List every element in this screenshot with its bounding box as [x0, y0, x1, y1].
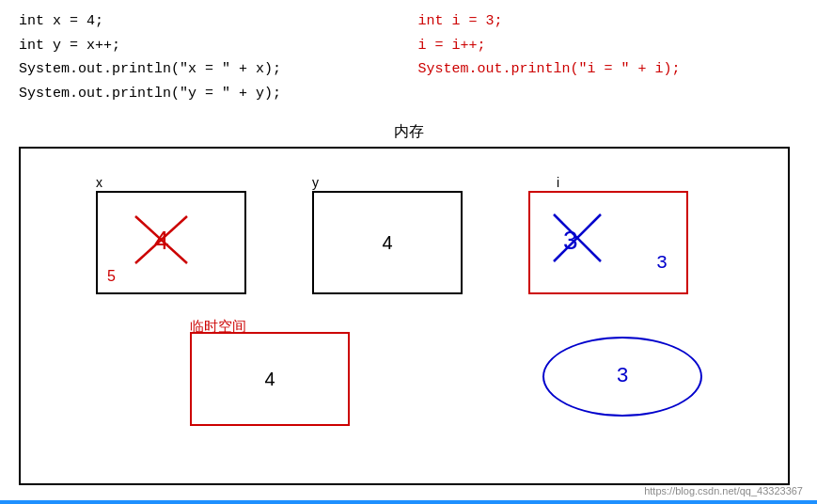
memory-section: 内存 x 4 5 y 4 i 3	[19, 122, 798, 476]
temp-box: 4	[190, 332, 350, 426]
code-left: int x = 4; int y = x++; System.out.print…	[19, 9, 400, 105]
code-left-line3: System.out.println("x = " + x);	[19, 57, 400, 82]
bottom-border	[0, 500, 817, 504]
code-right-line1: int i = 3;	[418, 9, 799, 34]
top-section: int x = 4; int y = x++; System.out.print…	[0, 0, 817, 105]
code-right: int i = 3; i = i++; System.out.println("…	[400, 9, 799, 105]
y-box: 4	[312, 191, 463, 294]
code-left-line4: System.out.println("y = " + y);	[19, 82, 400, 106]
memory-box: x 4 5 y 4 i 3	[19, 147, 790, 485]
memory-label: 内存	[19, 122, 798, 142]
i-box: 3 3	[528, 191, 688, 294]
i-value: 3	[656, 252, 668, 274]
i-cross-svg: 3	[549, 207, 624, 268]
watermark: https://blog.csdn.net/qq_43323367	[644, 485, 803, 496]
i-label: i	[557, 175, 559, 190]
ellipse-blue: 3	[542, 337, 702, 417]
code-right-line3: System.out.println("i = " + i);	[418, 57, 799, 82]
x-box: 4 5	[96, 191, 246, 294]
temp-value: 4	[264, 369, 275, 390]
x-new-value: 5	[107, 268, 116, 285]
code-left-line1: int x = 4;	[19, 9, 400, 34]
x-label: x	[96, 175, 102, 190]
y-label: y	[312, 175, 319, 190]
ellipse-value: 3	[616, 365, 628, 388]
code-right-line2: i = i++;	[418, 34, 799, 58]
code-left-line2: int y = x++;	[19, 34, 400, 58]
y-value: 4	[382, 232, 392, 254]
x-cross-svg: 4	[126, 207, 201, 268]
